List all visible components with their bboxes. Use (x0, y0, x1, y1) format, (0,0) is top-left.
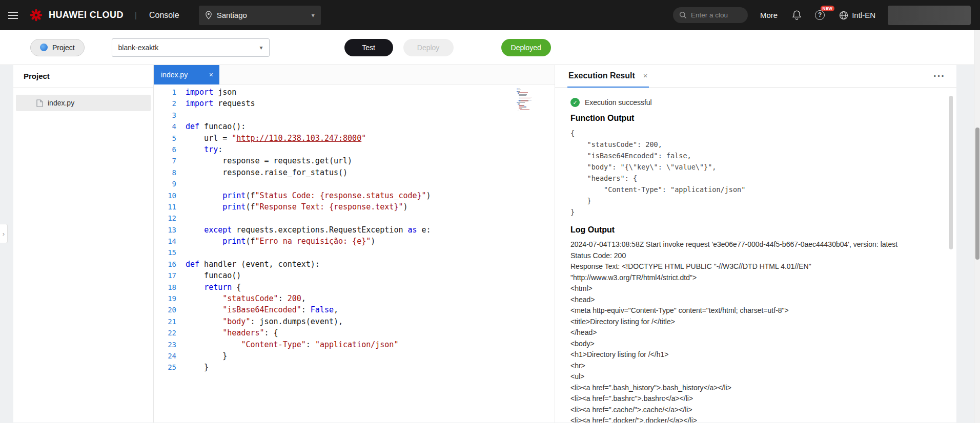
test-button[interactable]: Test (344, 39, 393, 56)
menu-icon[interactable] (8, 10, 19, 21)
editor-tabbar: index.py × (154, 65, 555, 84)
line-number: 12 (154, 213, 176, 224)
project-icon (40, 44, 48, 51)
line-number: 7 (154, 155, 176, 166)
main-content: Project index.py index.py × 123456789101… (0, 65, 980, 422)
log-output-line: <li><a href=".docker/">.docker/</a></li> (570, 415, 936, 422)
scrollbar-thumb[interactable] (975, 128, 979, 260)
notifications-button[interactable] (792, 10, 802, 20)
globe-icon (839, 11, 848, 20)
language-label: Intl-EN (852, 11, 875, 19)
code-line: "body": json.dumps(event), (186, 316, 555, 327)
console-link[interactable]: Console (149, 11, 179, 20)
code-line: print(f"Response Text: {response.text}") (186, 201, 555, 213)
line-number: 21 (154, 316, 176, 327)
sidebar-collapse-toggle[interactable]: › (0, 224, 8, 243)
code-line: response = requests.get(url) (186, 155, 555, 166)
code-line: "isBase64Encoded": False, (186, 304, 555, 315)
function-select[interactable]: blank-exaktk ▾ (112, 38, 270, 57)
log-output-line: <li><a href=".bash_history">.bash_histor… (570, 383, 936, 394)
line-number: 23 (154, 339, 176, 350)
line-number: 11 (154, 201, 176, 213)
log-output-line: <hr> (570, 361, 936, 372)
log-output-line: <h1>Directory listing for /</h1> (570, 349, 936, 361)
project-button[interactable]: Project (30, 39, 85, 56)
more-link[interactable]: More (760, 11, 778, 19)
line-number: 5 (154, 133, 176, 144)
function-output-line: "Content-Type": "application/json" (570, 184, 936, 195)
file-item[interactable]: index.py (16, 95, 151, 111)
log-output-line: "http://www.w3.org/TR/html4/strict.dtd"> (570, 272, 936, 284)
language-selector[interactable]: Intl-EN (839, 11, 875, 20)
log-output-line: Response Text: <!DOCTYPE HTML PUBLIC "-/… (570, 261, 936, 272)
code-lines: import jsonimport requestsdef funcao(): … (186, 87, 555, 422)
function-output-line: "statusCode": 200, (570, 139, 936, 150)
result-panel-scrollbar[interactable] (949, 96, 953, 249)
deploy-button[interactable]: Deploy (403, 39, 454, 56)
function-output-line: } (570, 195, 936, 206)
log-output-line: Status Code: 200 (570, 250, 936, 262)
code-line: except requests.exceptions.RequestExcept… (186, 224, 555, 236)
function-output-line: "isBase64Encoded": false, (570, 150, 936, 161)
line-number: 19 (154, 293, 176, 304)
bell-icon (792, 10, 802, 20)
execution-result-panel: Execution Result × ··· ✓ Execution succe… (555, 65, 956, 422)
line-number: 18 (154, 282, 176, 293)
search-input[interactable] (691, 11, 740, 19)
region-label: Santiago (217, 11, 247, 19)
tab-label: index.py (161, 71, 188, 79)
deployed-status-badge: Deployed (501, 39, 551, 56)
function-output-line: { (570, 128, 936, 139)
code-line: print(f"Status Code: {response.status_co… (186, 190, 555, 201)
code-line: url = "http://110.238.103.247:8000" (186, 133, 555, 144)
code-line: } (186, 362, 555, 373)
line-number: 1 (154, 87, 176, 98)
code-line: print(f"Erro na requisição: {e}") (186, 236, 555, 247)
line-number: 20 (154, 304, 176, 315)
line-number: 15 (154, 247, 176, 258)
line-number: 13 (154, 224, 176, 236)
log-output-line: <body> (570, 339, 936, 350)
function-output-line: "body": "{\"key\": \"value\"}", (570, 161, 936, 173)
line-number: 9 (154, 178, 176, 189)
topbar: HUAWEI CLOUD | Console Santiago ▾ More ? (0, 0, 980, 30)
result-panel-body: ✓ Execution successful Function Output {… (555, 88, 956, 422)
code-line: } (186, 350, 555, 362)
file-list: index.py (13, 95, 153, 111)
function-output-line: } (570, 206, 936, 218)
search-icon (679, 11, 687, 19)
code-line: import requests (186, 98, 555, 109)
execution-result-tab[interactable]: Execution Result × (567, 65, 649, 88)
code-line (186, 178, 555, 189)
line-number: 14 (154, 236, 176, 247)
line-number: 10 (154, 190, 176, 201)
tab-close-icon[interactable]: × (209, 71, 213, 79)
log-output: 2024-07-04T13:08:58Z Start invoke reques… (570, 239, 936, 422)
chevron-right-icon: › (3, 230, 5, 238)
code-line: def handler (event, context): (186, 259, 555, 270)
line-number: 24 (154, 350, 176, 362)
line-number: 8 (154, 167, 176, 178)
log-output-line: <li><a href=".bashrc">.bashrc</a></li> (570, 393, 936, 405)
line-number: 16 (154, 259, 176, 270)
location-pin-icon (205, 11, 212, 19)
minimap[interactable] (517, 89, 546, 112)
help-button[interactable]: ? NEW (815, 10, 825, 20)
log-output-line: </head> (570, 327, 936, 339)
line-number: 22 (154, 327, 176, 339)
code-line: funcao() (186, 270, 555, 281)
tab-index-py[interactable]: index.py × (154, 65, 219, 84)
chevron-down-icon: ▾ (260, 44, 263, 51)
region-select[interactable]: Santiago ▾ (199, 6, 321, 25)
more-options-icon[interactable]: ··· (933, 70, 945, 82)
code-line (186, 110, 555, 121)
browser-scrollbar[interactable] (974, 30, 980, 423)
global-search[interactable] (673, 7, 748, 23)
code-line: "statusCode": 200, (186, 293, 555, 304)
result-close-icon[interactable]: × (643, 71, 648, 80)
user-account-menu[interactable] (888, 6, 971, 25)
code-line: "Content-Type": "application/json" (186, 339, 555, 350)
result-panel-header: Execution Result × ··· (555, 65, 956, 88)
code-editor[interactable]: 1234567891011121314151617181920212223242… (154, 84, 555, 422)
brand-text: HUAWEI CLOUD (49, 10, 124, 20)
